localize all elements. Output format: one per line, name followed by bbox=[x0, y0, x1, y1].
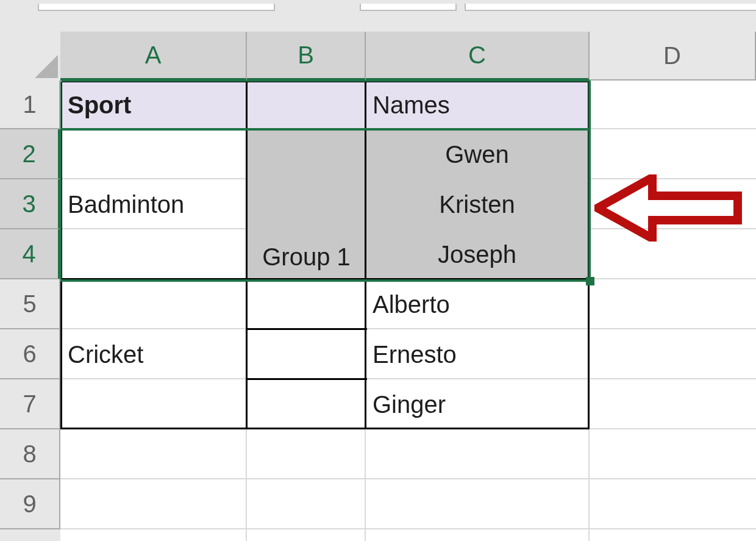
formula-bar-fragment bbox=[38, 4, 275, 11]
cell-B7[interactable] bbox=[247, 379, 366, 429]
cell-C2[interactable]: Gwen bbox=[365, 129, 589, 179]
cell-A1[interactable]: Sport bbox=[60, 81, 247, 129]
cell-A5-A7-merged[interactable]: Cricket bbox=[60, 279, 247, 429]
row-header-3[interactable]: 3 bbox=[0, 179, 60, 229]
cell-C1[interactable]: Names bbox=[365, 81, 589, 129]
column-header-C[interactable]: C bbox=[366, 32, 590, 81]
column-header-B[interactable]: B bbox=[247, 32, 366, 81]
cell-C6[interactable]: Ernesto bbox=[365, 329, 589, 379]
column-header-D[interactable]: D bbox=[590, 32, 756, 81]
cell-C7[interactable]: Ginger bbox=[365, 379, 589, 429]
formula-bar-fragment bbox=[465, 4, 756, 11]
formula-bar-fragment bbox=[360, 4, 457, 11]
cell-B5[interactable] bbox=[247, 279, 366, 329]
row-header-2[interactable]: 2 bbox=[0, 129, 60, 179]
column-header-A[interactable]: A bbox=[60, 32, 247, 81]
cell-C3[interactable]: Kristen bbox=[365, 179, 589, 229]
cell-C4[interactable]: Joseph bbox=[365, 229, 589, 279]
cell-B6[interactable] bbox=[247, 329, 366, 379]
select-all-corner[interactable] bbox=[0, 32, 62, 82]
row-header-9[interactable]: 9 bbox=[0, 479, 60, 529]
cell-A2-A4-merged[interactable]: Badminton bbox=[60, 129, 247, 279]
row-header-4[interactable]: 4 bbox=[0, 229, 60, 279]
row-header-8[interactable]: 8 bbox=[0, 429, 60, 479]
cell-B2-B4-merged[interactable]: Group 1 bbox=[247, 129, 366, 279]
cells-background[interactable]: Sport Names Badminton Group 1 Gwen Krist… bbox=[60, 81, 756, 541]
cell-C5[interactable]: Alberto bbox=[365, 279, 589, 329]
row-header-1[interactable]: 1 bbox=[0, 81, 60, 129]
row-header-6[interactable]: 6 bbox=[0, 329, 60, 379]
row-header-7[interactable]: 7 bbox=[0, 379, 60, 429]
row-header-5[interactable]: 5 bbox=[0, 279, 60, 329]
